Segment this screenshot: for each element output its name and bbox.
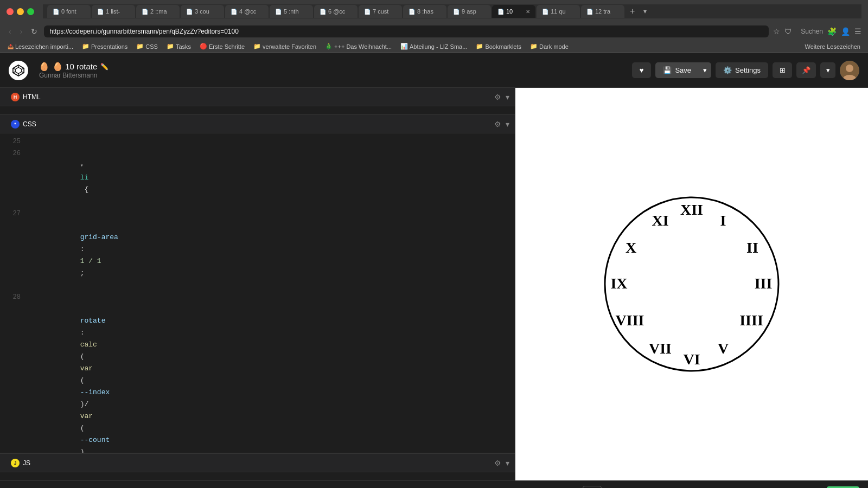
pen-emoji: 🥚 [39,62,49,72]
keys-tab[interactable]: ⌘ Keys [142,486,182,488]
bookmark-bookmarklets[interactable]: 📁 Bookmarklets [474,42,524,51]
pen-title-text: 🥚 10 rotate [53,62,97,72]
bookmark-import[interactable]: 📥 Lesezeichen importi... [5,42,75,51]
bookmark-import-icon: 📥 [8,44,14,49]
html-tab[interactable]: H HTML [4,89,47,105]
svg-text:IIII: IIII [739,312,763,329]
code-line-26: 26 ▾ li { [0,147,515,208]
heart-button[interactable]: ♥ [632,62,652,78]
html-collapse-button[interactable]: ▾ [505,92,510,102]
bookmark-presentations[interactable]: 📁 Presentations [80,42,130,51]
view-grid-button[interactable]: ⊞ [773,62,792,78]
tab-label-0: 0 font [61,8,76,15]
settings-button[interactable]: ⚙️ Settings [716,62,768,78]
css-collapse-button[interactable]: ▾ [505,119,510,130]
more-options-button[interactable]: ▾ [820,62,835,78]
css-tab[interactable]: * CSS [4,117,43,132]
close-button[interactable] [7,8,14,15]
css-editor-section: * CSS ⚙ ▾ 25 26 ▾ [0,115,515,453]
back-button[interactable]: ‹ [7,26,14,37]
tab-0[interactable]: 📄 0 font [47,5,91,18]
html-settings-button[interactable]: ⚙ [493,92,502,102]
share-button[interactable]: Share [827,486,859,489]
bookmark-darkmode[interactable]: 📁 Dark mode [528,42,571,51]
pin-button[interactable]: 📌 [796,62,816,78]
tab-label-1: 1 list- [106,8,120,15]
browser-chrome: 📄 0 font 📄 1 list- 📄 2 ::ma 📄 3 cou 📄 4 … [0,0,868,53]
tab-close-icon[interactable]: ✕ [526,9,530,15]
js-tab[interactable]: J JS [4,455,37,471]
bookmark-verwaltete[interactable]: 📁 verwaltete Favoriten [251,42,318,51]
embed-button[interactable]: Embed [752,486,786,489]
bookmark-erste[interactable]: 🔴 Erste Schritte [197,42,247,51]
pen-edit-icon[interactable]: ✏️ [100,63,108,70]
tab-label-7: 7 cust [373,8,388,15]
open-new-window-button[interactable]: ⧉ [583,486,602,489]
tab-6[interactable]: 📄 6 @cc [314,5,358,18]
reload-button[interactable]: ↻ [29,26,40,37]
bookmark-more[interactable]: Weitere Lesezeichen [802,42,863,51]
tab-12[interactable]: 📄 12 tra [581,5,624,18]
tab-2[interactable]: 📄 2 ::ma [136,5,180,18]
delete-button[interactable]: Delete [606,486,638,489]
css-editor-content[interactable]: 25 26 ▾ li { 27 gri [0,133,515,453]
codepen-logo[interactable] [9,61,28,80]
bookmark-weihnacht[interactable]: 🎄 +++ Das Weihnacht... [323,42,394,51]
bookmark-abteilung[interactable]: 📊 Abteilung - LIZ Sma... [398,42,469,51]
profile-icon[interactable]: 👤 [841,27,850,36]
bookmark-erste-label: Erste Schritte [209,43,245,50]
add-to-collection-button[interactable]: ⊞ Add to Collection [642,486,712,489]
tab-11[interactable]: 📄 11 qu [537,5,580,18]
bookmark-star-icon[interactable]: ☆ [773,27,780,36]
bookmark-weihnacht-icon: 🎄 [325,43,333,50]
tab-5[interactable]: 📄 5 :nth [270,5,313,18]
html-tab-bar: H HTML ⚙ ▾ [0,88,515,106]
tab-7[interactable]: 📄 7 cust [359,5,402,18]
tab-8[interactable]: 📄 8 :has [403,5,446,18]
new-tab-button[interactable]: + [626,4,639,18]
codepen-logo-icon [9,61,28,80]
collapse-26-icon[interactable]: ▾ [80,163,84,169]
code-line-25: 25 [0,136,515,147]
tab-label-11: 11 qu [551,8,566,15]
menu-icon[interactable]: ☰ [854,27,861,36]
bookmark-css[interactable]: 📁 CSS [134,42,160,51]
tab-favicon-10: 📄 [497,9,504,15]
minimize-button[interactable] [17,8,24,15]
bookmark-tasks[interactable]: 📁 Tasks [164,42,193,51]
js-label: JS [23,459,30,467]
html-lang-icon: H [11,93,20,101]
js-tab-bar: J JS ⚙ ▾ [0,454,515,472]
tab-3[interactable]: 📄 3 cou [181,5,224,18]
tab-9[interactable]: 📄 9 asp [448,5,491,18]
bookmark-import-label: Lesezeichen importi... [15,43,73,50]
tab-4[interactable]: 📄 4 @cc [225,5,269,18]
tab-10[interactable]: 📄 10 ✕ [492,5,535,18]
export-button[interactable]: Export [790,486,822,489]
fork-button[interactable]: ⑂ Fork [716,486,748,489]
comments-tab[interactable]: Comments [91,486,140,488]
save-button[interactable]: 💾 Save [655,62,699,78]
html-editor-section: H HTML ⚙ ▾ [0,88,515,115]
assets-tab[interactable]: Assets [52,486,88,488]
css-settings-button[interactable]: ⚙ [493,119,502,130]
url-input[interactable] [44,25,769,37]
js-settings-button[interactable]: ⚙ [493,458,502,468]
search-label: Suchen [801,28,823,35]
save-dropdown: 💾 Save ▾ [655,62,711,78]
pen-info: 🥚 🥚 10 rotate ✏️ Gunnar Bittersmann [39,62,108,79]
html-label: HTML [23,93,41,101]
forward-button[interactable]: › [18,26,25,37]
save-dropdown-button[interactable]: ▾ [699,62,711,78]
maximize-button[interactable] [27,8,34,15]
tab-1[interactable]: 📄 1 list- [92,5,135,18]
bookmark-tasks-icon: 📁 [167,43,174,50]
avatar[interactable] [840,61,859,80]
extensions-icon[interactable]: 🧩 [827,27,837,36]
pin-icon: 📌 [802,66,810,74]
console-tab[interactable]: Console [9,486,50,488]
tab-list-chevron[interactable]: ▾ [639,5,651,17]
bookmark-more-label: Weitere Lesezeichen [805,43,860,50]
tab-favicon-0: 📄 [53,9,59,15]
js-collapse-button[interactable]: ▾ [505,458,510,468]
